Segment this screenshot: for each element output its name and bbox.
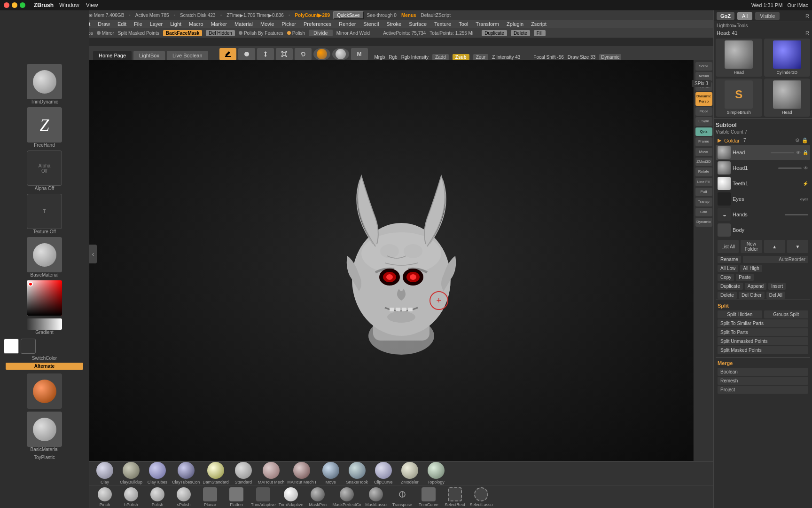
brush-trimadaptive1[interactable]: TrimAdaptive <box>251 487 276 507</box>
brush-masklasso[interactable]: MaskLasso <box>364 487 388 507</box>
zadd-btn2[interactable]: Zadd <box>432 54 449 60</box>
del-all-button[interactable]: Del All <box>766 292 785 299</box>
duplicate-button[interactable]: Duplicate <box>482 30 507 36</box>
basic-material2-tool[interactable]: BasicMaterial <box>2 412 87 452</box>
goz-button[interactable]: GoZ <box>717 12 734 20</box>
all-high-button[interactable]: All High <box>740 265 762 272</box>
subtool-head[interactable]: Head 👁 🔒 <box>716 145 810 160</box>
canvas-area[interactable]: + <box>89 60 713 461</box>
mirror-option[interactable]: Mirror <box>97 31 114 36</box>
canvas-inner[interactable]: + <box>89 60 713 461</box>
brush-zmodeler[interactable]: ZModeler <box>398 462 422 484</box>
rotate-button[interactable] <box>295 48 312 60</box>
brush-damstandard[interactable]: DamStandard <box>203 462 229 484</box>
split-to-parts-button[interactable]: Split To Parts <box>718 328 808 336</box>
new-folder-button[interactable]: New Folder <box>741 240 762 253</box>
del-hidden-button[interactable]: Del Hidden <box>206 30 234 36</box>
minimize-btn[interactable] <box>12 2 17 8</box>
tool-card-simplebrush[interactable]: S SimpleBrush <box>716 79 762 117</box>
hands-slider[interactable] <box>785 214 808 215</box>
basic-material-tool[interactable]: BasicMaterial <box>2 237 87 278</box>
line-fill-btn[interactable]: Line Fill <box>695 178 712 186</box>
frame-btn[interactable]: Frame <box>695 137 712 146</box>
project-button[interactable]: Project <box>718 386 808 394</box>
menu-transform[interactable]: Transform <box>472 21 502 27</box>
edit-button[interactable] <box>219 48 236 60</box>
tool-card-cylinder[interactable]: Cylinder3D <box>764 39 811 77</box>
mac-menu-view[interactable]: View <box>86 2 98 8</box>
mac-menu-window[interactable]: Window <box>59 2 79 8</box>
split-masked-button[interactable]: Split Masked Points <box>718 346 808 354</box>
rgb-label[interactable]: Rgb <box>389 55 397 60</box>
split-hidden-button[interactable]: Split Hidden <box>718 310 762 318</box>
trim-dynamic-tool[interactable]: TrimDynamic <box>2 64 87 104</box>
quicksave-button[interactable]: QuickSave <box>333 11 363 19</box>
paste-button[interactable]: Paste <box>736 274 754 281</box>
qviz-btn[interactable]: Qviz <box>695 127 712 136</box>
menu-zplugin[interactable]: Zplugin <box>503 21 527 27</box>
close-btn[interactable] <box>4 2 9 8</box>
brush-planar[interactable]: Planar <box>198 487 222 507</box>
backface-mask-button[interactable]: BackFaceMask <box>163 30 203 36</box>
black-swatch[interactable] <box>21 339 36 354</box>
divide-button[interactable]: Divide <box>309 30 333 36</box>
tab-home-page[interactable]: Home Page <box>93 51 132 60</box>
subtool-body[interactable]: Body <box>716 222 810 238</box>
menu-surface[interactable]: Surface <box>406 21 430 27</box>
orange-sphere-tool[interactable] <box>2 373 87 409</box>
m-button[interactable]: M <box>351 48 368 60</box>
menu-marker[interactable]: Marker <box>208 21 230 27</box>
grid-btn[interactable]: Grid <box>695 208 712 216</box>
scale-button[interactable] <box>276 48 293 60</box>
brush-claybuildup[interactable]: ClayBuildup <box>119 462 143 484</box>
maximize-btn[interactable] <box>20 2 25 8</box>
brush-spolish[interactable]: sPolish <box>172 487 195 507</box>
split-masked-pts[interactable]: Split Masked Points <box>118 31 159 36</box>
transp-btn[interactable]: Transp <box>695 198 712 206</box>
split-unmasked-button[interactable]: Split Unmasked Points <box>718 337 808 345</box>
brush-trimcurve[interactable]: TrimCurve <box>417 487 440 507</box>
brush-topology[interactable]: Topology <box>424 462 448 484</box>
brush-snakehook[interactable]: SnakeHook <box>345 462 369 484</box>
menu-picker[interactable]: Picker <box>278 21 299 27</box>
head1-eye[interactable]: 👁 <box>804 166 808 171</box>
brush-flatten[interactable]: Flatten <box>225 487 248 507</box>
brush-transpose[interactable]: Transpose <box>390 487 414 507</box>
brush-trimadaptive2[interactable]: TrimAdaptive <box>279 487 304 507</box>
putf-btn[interactable]: Putf <box>695 188 712 196</box>
move-button[interactable] <box>257 48 274 60</box>
brush-maskpen[interactable]: MaskPen <box>306 487 329 507</box>
menu-tool[interactable]: Tool <box>455 21 471 27</box>
head-slider[interactable] <box>771 152 794 153</box>
dynamic2-btn[interactable]: Dynamic <box>695 218 712 226</box>
brush-mahcuti[interactable]: MAHcut Mech I <box>287 462 316 484</box>
visible-tab[interactable]: Visible <box>755 12 780 20</box>
duplicate-sub-button[interactable]: Duplicate <box>718 283 743 290</box>
defaultscript[interactable]: DefaultZScript <box>420 13 452 18</box>
alpha-off-tool[interactable]: AlphaOff Alpha Off <box>2 151 87 191</box>
brush-mahcut[interactable]: MAHcut Mech <box>258 462 285 484</box>
split-to-similar-button[interactable]: Split To Similar Parts <box>718 319 808 327</box>
rename-label[interactable]: Rename <box>718 256 741 263</box>
app-name[interactable]: ZBrush <box>34 2 54 8</box>
menu-stencil[interactable]: Stencil <box>360 21 382 27</box>
head-lock[interactable]: 🔒 <box>803 150 808 155</box>
brush-selectrect[interactable]: SelectRect <box>443 487 467 507</box>
floor-btn[interactable]: Floor <box>695 107 712 116</box>
menu-preferences[interactable]: Preferences <box>300 21 335 27</box>
menu-edit[interactable]: Edit <box>114 21 130 27</box>
mirror-weld[interactable]: Mirror And Weld <box>336 31 370 36</box>
draw-button[interactable] <box>238 48 255 60</box>
menu-zscript[interactable]: Zscript <box>528 21 550 27</box>
arrow-up-btn[interactable]: ▲ <box>764 240 785 253</box>
menu-light[interactable]: Light <box>167 21 185 27</box>
list-all-button[interactable]: List All <box>718 240 739 253</box>
menu-texture[interactable]: Texture <box>431 21 454 27</box>
delete-sub-button[interactable]: Delete <box>718 292 737 299</box>
color-picker[interactable] <box>27 280 62 316</box>
brush-polish[interactable]: Polish <box>146 487 169 507</box>
delete-button[interactable]: Delete <box>511 30 530 36</box>
brush-maskperfectcir[interactable]: MaskPerfectCir <box>332 487 361 507</box>
brush-sphere2-btn[interactable] <box>332 48 349 60</box>
brush-pinch[interactable]: Pinch <box>93 487 117 507</box>
